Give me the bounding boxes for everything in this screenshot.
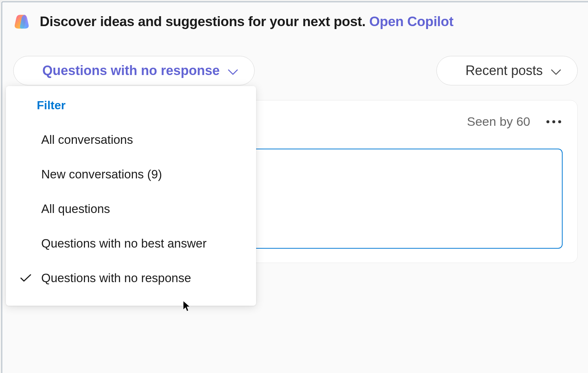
open-copilot-link[interactable]: Open Copilot — [369, 14, 454, 29]
filter-dropdown-menu: Filter All conversations New conversatio… — [6, 86, 256, 306]
sort-dropdown-label: Recent posts — [465, 63, 543, 78]
check-slot — [20, 271, 41, 285]
filter-option-new-conversations[interactable]: New conversations (9) — [6, 157, 256, 192]
dropdown-item-label: All conversations — [41, 133, 133, 147]
filter-option-all-questions[interactable]: All questions — [6, 192, 256, 226]
filter-option-no-response[interactable]: Questions with no response — [6, 261, 256, 295]
filters-row: Questions with no response Recent posts … — [13, 56, 578, 85]
dot-icon — [558, 120, 561, 123]
app-frame: Discover ideas and suggestions for your … — [1, 1, 588, 373]
more-options-button[interactable] — [545, 119, 563, 125]
banner-message: Discover ideas and suggestions for your … — [40, 14, 369, 29]
dropdown-item-label: Questions with no response — [41, 271, 191, 285]
dropdown-item-label: All questions — [41, 202, 110, 216]
dropdown-header: Filter — [6, 99, 256, 122]
dropdown-item-label: Questions with no best answer — [41, 237, 206, 251]
dot-icon — [552, 120, 555, 123]
sort-dropdown-button[interactable]: Recent posts — [436, 56, 578, 85]
filter-option-no-best-answer[interactable]: Questions with no best answer — [6, 226, 256, 261]
copilot-icon — [13, 13, 32, 31]
seen-by-text: Seen by 60 — [467, 114, 530, 129]
dot-icon — [546, 120, 549, 123]
filter-dropdown-label: Questions with no response — [42, 63, 220, 78]
chevron-down-icon — [551, 63, 561, 78]
dropdown-item-label: New conversations (9) — [41, 167, 162, 181]
filter-dropdown-button[interactable]: Questions with no response — [13, 56, 255, 85]
banner-text: Discover ideas and suggestions for your … — [40, 14, 453, 29]
checkmark-icon — [20, 271, 32, 285]
copilot-banner: Discover ideas and suggestions for your … — [13, 13, 578, 31]
filter-option-all-conversations[interactable]: All conversations — [6, 122, 256, 157]
chevron-down-icon — [228, 63, 238, 78]
